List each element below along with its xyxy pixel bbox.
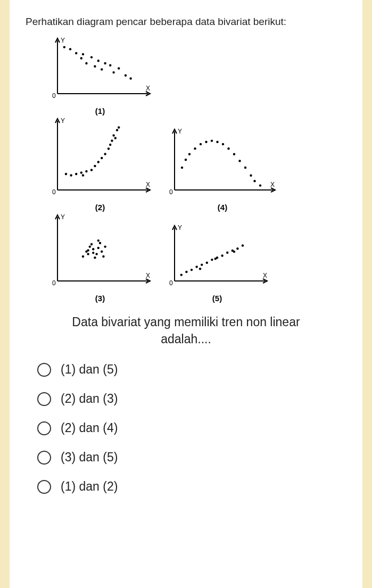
svg-point-51 [188, 153, 191, 155]
svg-point-81 [89, 245, 91, 247]
plot-2: Y X 0 (2) [47, 115, 153, 212]
option-a[interactable]: (1) dan (5) [37, 362, 346, 377]
svg-text:Y: Y [61, 213, 65, 221]
svg-text:0: 0 [52, 188, 56, 196]
svg-point-58 [227, 147, 229, 150]
svg-point-43 [118, 126, 120, 128]
intro-text: Perhatikan diagram pencar beberapa data … [26, 16, 346, 28]
svg-point-64 [259, 184, 261, 186]
svg-text:0: 0 [52, 279, 56, 287]
scatter-3-svg: Y X 0 [47, 212, 153, 292]
svg-point-39 [111, 139, 113, 142]
svg-point-27 [70, 174, 72, 176]
svg-point-41 [116, 129, 118, 131]
svg-point-28 [75, 173, 77, 175]
svg-point-61 [244, 167, 246, 169]
radio-icon [37, 451, 51, 465]
svg-point-26 [65, 173, 67, 175]
svg-point-42 [114, 137, 117, 139]
svg-point-20 [129, 77, 131, 79]
svg-point-94 [195, 266, 197, 268]
svg-point-63 [253, 180, 255, 182]
svg-point-78 [85, 251, 87, 253]
svg-point-84 [92, 248, 94, 250]
svg-point-6 [69, 48, 71, 50]
scatter-2-svg: Y X 0 [47, 115, 153, 201]
svg-point-96 [206, 262, 208, 264]
svg-point-40 [112, 134, 114, 136]
svg-point-106 [242, 244, 244, 246]
svg-point-14 [104, 62, 106, 64]
svg-point-35 [101, 157, 103, 159]
option-label: (3) dan (5) [61, 450, 118, 465]
radio-icon [37, 480, 51, 494]
svg-point-101 [214, 258, 217, 260]
svg-text:Y: Y [178, 224, 182, 231]
svg-point-75 [101, 251, 103, 253]
svg-point-74 [90, 243, 93, 245]
plot-5: Y X 0 (5) [164, 222, 270, 303]
svg-text:X: X [263, 272, 267, 279]
svg-point-80 [95, 253, 97, 255]
svg-text:Y: Y [61, 37, 65, 44]
option-e[interactable]: (1) dan (2) [37, 479, 346, 494]
svg-point-104 [236, 247, 238, 250]
option-label: (1) dan (5) [61, 362, 118, 377]
svg-point-98 [211, 259, 213, 261]
svg-point-7 [75, 52, 77, 54]
svg-point-105 [233, 251, 235, 253]
svg-point-102 [226, 252, 228, 254]
svg-text:Y: Y [178, 128, 182, 135]
radio-icon [37, 363, 51, 377]
svg-point-93 [191, 269, 193, 271]
option-label: (2) dan (3) [61, 392, 118, 406]
option-d[interactable]: (3) dan (5) [37, 450, 346, 465]
svg-point-19 [125, 74, 127, 77]
svg-point-100 [221, 254, 223, 256]
svg-point-53 [200, 143, 202, 145]
svg-point-62 [250, 175, 252, 177]
svg-point-5 [63, 46, 65, 48]
svg-point-30 [85, 170, 87, 172]
svg-point-79 [99, 242, 101, 244]
svg-point-76 [94, 256, 96, 259]
svg-point-34 [97, 161, 100, 163]
option-label: (1) dan (2) [61, 479, 118, 494]
svg-text:X: X [146, 272, 150, 279]
svg-point-56 [216, 141, 218, 143]
svg-point-55 [211, 139, 213, 142]
scatter-1-svg: Y X 0 [47, 35, 153, 104]
svg-point-72 [92, 252, 94, 254]
svg-point-54 [205, 141, 207, 143]
svg-point-73 [97, 247, 100, 249]
svg-point-13 [94, 65, 96, 68]
option-b[interactable]: (2) dan (3) [37, 392, 346, 406]
svg-point-77 [104, 245, 106, 247]
scatter-5-svg: Y X 0 [164, 222, 270, 292]
scatter-diagrams: Y X 0 (1) Y X [47, 35, 324, 303]
svg-point-57 [222, 143, 224, 145]
radio-icon [37, 392, 51, 406]
svg-point-70 [82, 255, 84, 258]
svg-point-12 [97, 60, 100, 62]
question-text: Data bivariat yang memiliki tren non lin… [26, 313, 346, 347]
plot-1: Y X 0 (1) [47, 35, 153, 115]
svg-point-11 [85, 62, 87, 64]
svg-text:X: X [146, 181, 150, 188]
svg-point-36 [104, 153, 106, 155]
svg-point-17 [112, 71, 114, 73]
svg-point-18 [118, 67, 120, 69]
svg-point-16 [109, 64, 111, 67]
svg-point-37 [108, 147, 110, 150]
svg-text:0: 0 [169, 279, 173, 287]
svg-point-31 [82, 174, 84, 176]
plot-4: Y X 0 (4) [164, 126, 281, 212]
svg-text:X: X [270, 181, 275, 188]
svg-point-97 [199, 268, 201, 270]
svg-point-85 [87, 253, 89, 255]
svg-point-95 [201, 263, 203, 266]
option-label: (2) dan (4) [61, 421, 118, 435]
svg-point-59 [233, 153, 235, 155]
option-c[interactable]: (2) dan (4) [37, 421, 346, 435]
svg-point-15 [101, 68, 103, 70]
